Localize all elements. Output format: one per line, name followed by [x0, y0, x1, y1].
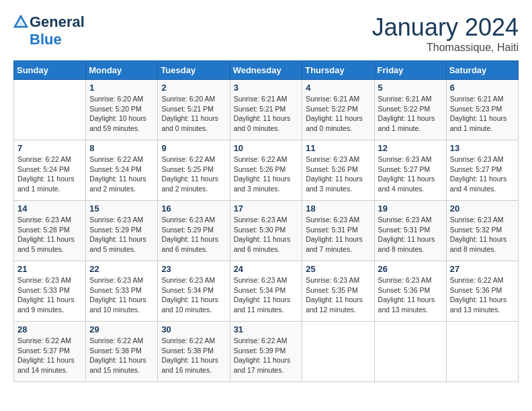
calendar-cell: 9Sunrise: 6:22 AM Sunset: 5:25 PM Daylig… — [158, 140, 230, 201]
day-number: 21 — [17, 264, 82, 274]
day-info: Sunrise: 6:23 AM Sunset: 5:31 PM Dayligh… — [378, 215, 443, 255]
weekday-wednesday: Wednesday — [230, 61, 302, 80]
day-info: Sunrise: 6:22 AM Sunset: 5:25 PM Dayligh… — [161, 154, 226, 194]
day-info: Sunrise: 6:22 AM Sunset: 5:38 PM Dayligh… — [89, 336, 154, 375]
day-number: 20 — [450, 203, 515, 214]
day-number: 13 — [450, 143, 515, 153]
week-row-4: 21Sunrise: 6:23 AM Sunset: 5:33 PM Dayli… — [14, 261, 519, 322]
day-info: Sunrise: 6:22 AM Sunset: 5:24 PM Dayligh… — [89, 154, 154, 194]
weekday-sunday: Sunday — [14, 61, 86, 80]
day-info: Sunrise: 6:21 AM Sunset: 5:21 PM Dayligh… — [234, 94, 299, 134]
day-info: Sunrise: 6:20 AM Sunset: 5:21 PM Dayligh… — [161, 94, 226, 134]
day-info: Sunrise: 6:23 AM Sunset: 5:26 PM Dayligh… — [306, 154, 370, 194]
calendar-cell: 16Sunrise: 6:23 AM Sunset: 5:29 PM Dayli… — [158, 201, 230, 261]
weekday-tuesday: Tuesday — [158, 61, 230, 80]
calendar-cell — [302, 322, 374, 382]
page-header: General Blue January 2024 Thomassique, H… — [13, 13, 519, 54]
day-number: 29 — [89, 324, 154, 334]
title-block: January 2024 Thomassique, Haiti — [372, 13, 519, 54]
calendar-cell: 17Sunrise: 6:23 AM Sunset: 5:30 PM Dayli… — [230, 201, 302, 261]
day-number: 4 — [306, 83, 370, 93]
calendar-cell: 22Sunrise: 6:23 AM Sunset: 5:33 PM Dayli… — [86, 261, 158, 322]
day-info: Sunrise: 6:22 AM Sunset: 5:26 PM Dayligh… — [234, 154, 299, 194]
day-info: Sunrise: 6:20 AM Sunset: 5:20 PM Dayligh… — [89, 94, 154, 134]
day-info: Sunrise: 6:21 AM Sunset: 5:23 PM Dayligh… — [450, 94, 515, 134]
day-number: 8 — [89, 143, 154, 153]
calendar-cell: 25Sunrise: 6:23 AM Sunset: 5:35 PM Dayli… — [302, 261, 374, 322]
day-info: Sunrise: 6:23 AM Sunset: 5:29 PM Dayligh… — [89, 215, 154, 255]
day-number: 12 — [378, 143, 443, 153]
day-number: 25 — [306, 264, 370, 274]
calendar-header: SundayMondayTuesdayWednesdayThursdayFrid… — [14, 61, 519, 80]
day-number: 6 — [450, 83, 515, 93]
calendar-cell: 5Sunrise: 6:21 AM Sunset: 5:22 PM Daylig… — [374, 80, 446, 140]
day-info: Sunrise: 6:22 AM Sunset: 5:24 PM Dayligh… — [17, 154, 82, 194]
calendar-cell — [374, 322, 446, 382]
calendar-cell: 15Sunrise: 6:23 AM Sunset: 5:29 PM Dayli… — [86, 201, 158, 261]
day-info: Sunrise: 6:23 AM Sunset: 5:30 PM Dayligh… — [234, 215, 299, 255]
calendar-cell: 3Sunrise: 6:21 AM Sunset: 5:21 PM Daylig… — [230, 80, 302, 140]
calendar-body: 1Sunrise: 6:20 AM Sunset: 5:20 PM Daylig… — [14, 80, 519, 382]
day-info: Sunrise: 6:21 AM Sunset: 5:22 PM Dayligh… — [378, 94, 443, 134]
day-number: 11 — [306, 143, 370, 153]
calendar-cell: 7Sunrise: 6:22 AM Sunset: 5:24 PM Daylig… — [14, 140, 86, 201]
day-number: 23 — [161, 264, 226, 274]
calendar-cell: 11Sunrise: 6:23 AM Sunset: 5:26 PM Dayli… — [302, 140, 374, 201]
logo-blue: Blue — [30, 31, 62, 48]
day-info: Sunrise: 6:23 AM Sunset: 5:36 PM Dayligh… — [378, 275, 443, 315]
day-number: 26 — [378, 264, 443, 274]
day-number: 9 — [161, 143, 226, 153]
day-info: Sunrise: 6:22 AM Sunset: 5:37 PM Dayligh… — [17, 336, 82, 375]
day-number: 16 — [161, 203, 226, 214]
day-info: Sunrise: 6:23 AM Sunset: 5:34 PM Dayligh… — [234, 275, 299, 315]
calendar-cell: 12Sunrise: 6:23 AM Sunset: 5:27 PM Dayli… — [374, 140, 446, 201]
day-number: 28 — [17, 324, 82, 334]
day-number: 27 — [450, 264, 515, 274]
day-number: 15 — [89, 203, 154, 214]
logo: General Blue — [13, 13, 85, 48]
calendar-cell — [446, 322, 518, 382]
calendar-cell: 14Sunrise: 6:23 AM Sunset: 5:28 PM Dayli… — [14, 201, 86, 261]
calendar-cell — [14, 80, 86, 140]
calendar-cell: 13Sunrise: 6:23 AM Sunset: 5:27 PM Dayli… — [446, 140, 518, 201]
day-number: 3 — [234, 83, 299, 93]
weekday-saturday: Saturday — [446, 61, 518, 80]
day-number: 17 — [234, 203, 299, 214]
calendar-cell: 20Sunrise: 6:23 AM Sunset: 5:32 PM Dayli… — [446, 201, 518, 261]
calendar-table: SundayMondayTuesdayWednesdayThursdayFrid… — [13, 60, 519, 382]
day-info: Sunrise: 6:23 AM Sunset: 5:28 PM Dayligh… — [17, 215, 82, 255]
calendar-cell: 21Sunrise: 6:23 AM Sunset: 5:33 PM Dayli… — [14, 261, 86, 322]
calendar-cell: 1Sunrise: 6:20 AM Sunset: 5:20 PM Daylig… — [86, 80, 158, 140]
day-number: 30 — [161, 324, 226, 334]
day-info: Sunrise: 6:23 AM Sunset: 5:33 PM Dayligh… — [17, 275, 82, 315]
logo-icon — [13, 15, 28, 30]
day-number: 14 — [17, 203, 82, 214]
day-info: Sunrise: 6:22 AM Sunset: 5:38 PM Dayligh… — [161, 336, 226, 375]
week-row-2: 7Sunrise: 6:22 AM Sunset: 5:24 PM Daylig… — [14, 140, 519, 201]
calendar-cell: 10Sunrise: 6:22 AM Sunset: 5:26 PM Dayli… — [230, 140, 302, 201]
day-info: Sunrise: 6:23 AM Sunset: 5:31 PM Dayligh… — [306, 215, 370, 255]
day-number: 10 — [234, 143, 299, 153]
weekday-friday: Friday — [374, 61, 446, 80]
day-info: Sunrise: 6:21 AM Sunset: 5:22 PM Dayligh… — [306, 94, 370, 134]
day-info: Sunrise: 6:23 AM Sunset: 5:34 PM Dayligh… — [161, 275, 226, 315]
day-info: Sunrise: 6:23 AM Sunset: 5:29 PM Dayligh… — [161, 215, 226, 255]
day-info: Sunrise: 6:22 AM Sunset: 5:36 PM Dayligh… — [450, 275, 515, 315]
day-number: 2 — [161, 83, 226, 93]
calendar-cell: 26Sunrise: 6:23 AM Sunset: 5:36 PM Dayli… — [374, 261, 446, 322]
day-number: 22 — [89, 264, 154, 274]
calendar-cell: 6Sunrise: 6:21 AM Sunset: 5:23 PM Daylig… — [446, 80, 518, 140]
calendar-cell: 19Sunrise: 6:23 AM Sunset: 5:31 PM Dayli… — [374, 201, 446, 261]
day-info: Sunrise: 6:23 AM Sunset: 5:27 PM Dayligh… — [450, 154, 515, 194]
calendar-cell: 30Sunrise: 6:22 AM Sunset: 5:38 PM Dayli… — [158, 322, 230, 382]
month-title: January 2024 — [372, 13, 519, 42]
day-number: 19 — [378, 203, 443, 214]
calendar-cell: 31Sunrise: 6:22 AM Sunset: 5:39 PM Dayli… — [230, 322, 302, 382]
calendar-cell: 24Sunrise: 6:23 AM Sunset: 5:34 PM Dayli… — [230, 261, 302, 322]
svg-marker-1 — [15, 16, 27, 27]
week-row-5: 28Sunrise: 6:22 AM Sunset: 5:37 PM Dayli… — [14, 322, 519, 382]
day-info: Sunrise: 6:23 AM Sunset: 5:32 PM Dayligh… — [450, 215, 515, 255]
logo-general: General — [30, 13, 85, 31]
day-number: 31 — [234, 324, 299, 334]
day-info: Sunrise: 6:23 AM Sunset: 5:27 PM Dayligh… — [378, 154, 443, 194]
